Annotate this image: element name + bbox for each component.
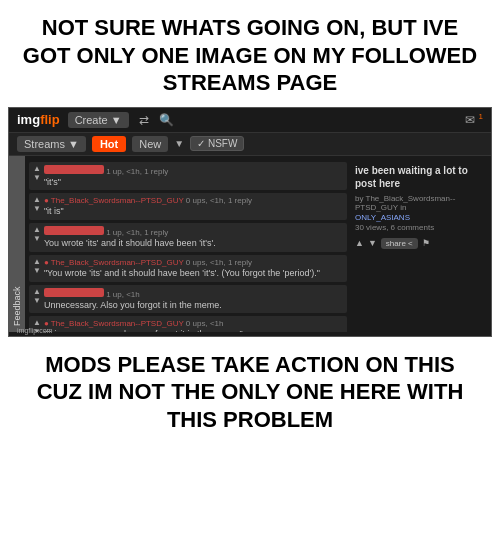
list-item: ▲ ▼ 1 up, <1h, 1 reply You wrote 'its' a… xyxy=(29,223,347,252)
side-panel-stream: ONLY_ASIANS xyxy=(355,213,485,222)
post-meta: 1 up, <1h, 1 reply xyxy=(44,226,343,237)
post-body: ● The_Black_Swordsman--PTSD_GUY 0 ups, <… xyxy=(44,196,343,217)
nav-arrows-icon: ⇄ xyxy=(139,113,149,127)
side-panel: ive been waiting a lot to post here by T… xyxy=(355,162,485,332)
post-meta: 1 up, <1h, 1 reply xyxy=(44,165,343,176)
vote-col: ▲ ▼ xyxy=(33,196,41,213)
side-panel-author: by The_Black_Swordsman--PTSD_GUY in xyxy=(355,194,485,212)
upvote-icon[interactable]: ▲ xyxy=(33,226,41,234)
post-stats: 0 ups, <1h xyxy=(186,319,224,328)
post-stats: 1 up, <1h, 1 reply xyxy=(106,167,168,176)
post-stats: 0 ups, <1h, 1 reply xyxy=(186,196,252,205)
upvote-icon[interactable]: ▲ xyxy=(33,196,41,204)
downvote-icon[interactable]: ▼ xyxy=(33,267,41,275)
new-button[interactable]: New xyxy=(132,136,168,152)
post-body: 1 up, <1h Unnecessary. Also you forgot i… xyxy=(44,288,343,311)
vote-col: ▲ ▼ xyxy=(33,165,41,182)
side-panel-title: ive been waiting a lot to post here xyxy=(355,164,485,190)
side-downvote-icon[interactable]: ▼ xyxy=(368,238,377,248)
hot-button[interactable]: Hot xyxy=(92,136,126,152)
screenshot-image: imgflip Create ▼ ⇄ 🔍 ✉ 1 Streams ▼ Hot N… xyxy=(8,107,492,337)
post-text: Unnecessary. Also you forgot it in the m… xyxy=(44,300,343,311)
upvote-icon[interactable]: ▲ xyxy=(33,165,41,173)
nsfw-badge: ✓ NSFW xyxy=(190,136,244,151)
post-meta: 1 up, <1h xyxy=(44,288,343,299)
username-label: ● The_Black_Swordsman--PTSD_GUY xyxy=(44,258,184,267)
imgflip-logo: imgflip xyxy=(17,112,60,127)
post-text: "it's" xyxy=(44,177,343,188)
downvote-icon[interactable]: ▼ xyxy=(33,235,41,243)
content-area: Feedback ▲ ▼ 1 up, <1h, 1 reply "it' xyxy=(9,156,491,332)
post-body: ● The_Black_Swordsman--PTSD_GUY 0 ups, <… xyxy=(44,258,343,279)
top-caption: NOT SURE WHATS GOING ON, BUT IVE GOT ONL… xyxy=(0,0,500,107)
downvote-icon[interactable]: ▼ xyxy=(33,297,41,305)
post-body: 1 up, <1h, 1 reply "it's" xyxy=(44,165,343,188)
list-item: ▲ ▼ ● The_Black_Swordsman--PTSD_GUY 0 up… xyxy=(29,255,347,282)
post-meta: ● The_Black_Swordsman--PTSD_GUY 0 ups, <… xyxy=(44,258,343,267)
feedback-tab[interactable]: Feedback xyxy=(9,156,25,332)
downvote-icon[interactable]: ▼ xyxy=(33,174,41,182)
posts-list: ▲ ▼ 1 up, <1h, 1 reply "it's" ▲ xyxy=(29,162,347,332)
notification-badge: 1 xyxy=(479,112,483,121)
redacted-username xyxy=(44,165,104,174)
main-content: ▲ ▼ 1 up, <1h, 1 reply "it's" ▲ xyxy=(25,156,491,332)
vote-col: ▲ ▼ xyxy=(33,226,41,243)
username-label: ● The_Black_Swordsman--PTSD_GUY xyxy=(44,196,184,205)
search-icon: 🔍 xyxy=(159,113,174,127)
username-label: ● The_Black_Swordsman--PTSD_GUY xyxy=(44,319,184,328)
post-body: ● The_Black_Swordsman--PTSD_GUY 0 ups, <… xyxy=(44,319,343,331)
upvote-icon[interactable]: ▲ xyxy=(33,288,41,296)
imgflip-watermark: imgflip.com xyxy=(17,327,52,334)
post-stats: 1 up, <1h, 1 reply xyxy=(106,228,168,237)
list-item: ▲ ▼ 1 up, <1h, 1 reply "it's" xyxy=(29,162,347,191)
sub-nav: Streams ▼ Hot New ▼ ✓ NSFW xyxy=(9,133,491,156)
post-body: 1 up, <1h, 1 reply You wrote 'its' and i… xyxy=(44,226,343,249)
side-panel-stats: 30 views, 6 comments xyxy=(355,223,485,232)
post-text: You wrote 'its' and it should have been … xyxy=(44,238,343,249)
side-upvote-icon[interactable]: ▲ xyxy=(355,238,364,248)
vote-col: ▲ ▼ xyxy=(33,288,41,305)
pipe-divider: ▼ xyxy=(174,138,184,149)
post-text: "It is unnecessary, also you forgot it i… xyxy=(44,329,343,331)
redacted-username xyxy=(44,288,104,297)
upvote-icon[interactable]: ▲ xyxy=(33,258,41,266)
list-item: ▲ ▼ ● The_Black_Swordsman--PTSD_GUY 0 up… xyxy=(29,193,347,220)
post-meta: ● The_Black_Swordsman--PTSD_GUY 0 ups, <… xyxy=(44,319,343,328)
post-text: "it is" xyxy=(44,206,343,217)
downvote-icon[interactable]: ▼ xyxy=(33,205,41,213)
streams-button[interactable]: Streams ▼ xyxy=(17,136,86,152)
vote-col: ▲ ▼ xyxy=(33,258,41,275)
mail-icon: ✉ 1 xyxy=(465,112,483,127)
post-text: "You wrote 'its' and it should have been… xyxy=(44,268,343,279)
list-item: ▲ ▼ ● The_Black_Swordsman--PTSD_GUY 0 up… xyxy=(29,316,347,331)
create-button[interactable]: Create ▼ xyxy=(68,112,129,128)
share-button[interactable]: share < xyxy=(381,238,418,249)
flag-icon[interactable]: ⚑ xyxy=(422,238,430,248)
bottom-caption: MODS PLEASE TAKE ACTION ON THIS CUZ IM N… xyxy=(0,337,500,444)
list-item: ▲ ▼ 1 up, <1h Unnecessary. Also you forg… xyxy=(29,285,347,314)
post-stats: 0 ups, <1h, 1 reply xyxy=(186,258,252,267)
post-meta: ● The_Black_Swordsman--PTSD_GUY 0 ups, <… xyxy=(44,196,343,205)
post-stats: 1 up, <1h xyxy=(106,290,140,299)
nav-bar: imgflip Create ▼ ⇄ 🔍 ✉ 1 xyxy=(9,108,491,133)
side-panel-actions: ▲ ▼ share < ⚑ xyxy=(355,238,485,249)
redacted-username xyxy=(44,226,104,235)
